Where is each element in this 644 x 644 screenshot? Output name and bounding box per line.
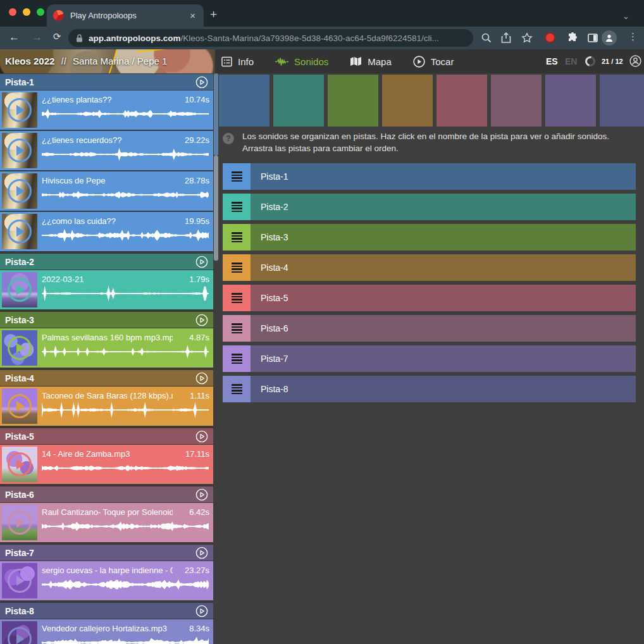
clip-thumbnail[interactable] <box>2 330 37 366</box>
browser-tab[interactable]: Play Antropoloops × <box>47 4 204 27</box>
clip-play-button[interactable] <box>8 336 32 360</box>
address-bar[interactable]: app.antropoloops.com/Kleos-Santa-Marina/… <box>68 29 473 47</box>
clip-play-button[interactable] <box>8 452 32 476</box>
sidebar-scrollbar-track[interactable] <box>214 156 218 261</box>
track-swatch-pista-7[interactable] <box>545 75 596 127</box>
clip-play-button[interactable] <box>8 139 32 163</box>
clip-card[interactable]: Vendedor callejero Hortalizas.mp38.34s <box>0 619 213 644</box>
track-swatch-pista-6[interactable] <box>491 75 542 127</box>
track-play-button[interactable] <box>195 547 208 559</box>
track-play-button[interactable] <box>195 76 208 89</box>
track-row-body[interactable]: Pista-4 <box>251 254 636 281</box>
drag-handle[interactable] <box>223 224 251 251</box>
clip-card[interactable]: 14 - Aire de Zamba.mp317.11s <box>0 445 213 484</box>
track-swatch-pista-2[interactable] <box>273 75 324 127</box>
track-row-body[interactable]: Pista-1 <box>251 163 636 190</box>
tab-search-chevron-icon[interactable]: ⌄ <box>622 11 629 21</box>
clip-thumbnail[interactable] <box>2 388 37 424</box>
clip-thumbnail[interactable] <box>2 133 37 168</box>
zoom-page-icon[interactable] <box>481 32 492 44</box>
track-row-pista-4[interactable]: Pista-4 <box>223 254 636 281</box>
clip-play-button[interactable] <box>8 394 32 418</box>
track-swatch-pista-4[interactable] <box>382 75 433 127</box>
clip-card[interactable]: Taconeo de Sara Baras (128 kbps).mp31.11… <box>0 387 213 426</box>
window-zoom-button[interactable] <box>37 8 44 16</box>
nav-item-sonidos[interactable]: Sonidos <box>275 56 328 67</box>
track-row-body[interactable]: Pista-3 <box>251 224 636 251</box>
forward-button[interactable]: → <box>32 31 42 44</box>
clip-play-button[interactable] <box>8 220 32 244</box>
track-swatch-pista-5[interactable] <box>437 75 487 127</box>
sidebar-scrollbar-thumb[interactable] <box>214 73 218 156</box>
track-row-pista-3[interactable]: Pista-3 <box>223 224 636 251</box>
track-row-pista-2[interactable]: Pista-2 <box>223 194 636 220</box>
drag-handle[interactable] <box>223 315 251 342</box>
clip-play-button[interactable] <box>8 569 32 593</box>
track-header-pista-1[interactable]: Pista-1 <box>0 74 213 90</box>
track-header-pista-3[interactable]: Pista-3 <box>0 312 213 328</box>
clip-thumbnail[interactable] <box>2 621 37 644</box>
lang-en-button[interactable]: EN <box>565 49 577 73</box>
lang-es-button[interactable]: ES <box>546 49 558 73</box>
drag-handle[interactable] <box>223 254 251 281</box>
track-row-body[interactable]: Pista-6 <box>251 315 636 342</box>
track-play-button[interactable] <box>195 372 208 385</box>
clip-card[interactable]: 2022-03-211.79s <box>0 270 213 309</box>
extensions-puzzle-icon[interactable] <box>567 32 578 44</box>
track-header-pista-4[interactable]: Pista-4 <box>0 370 213 386</box>
recorder-extension-icon[interactable] <box>545 32 555 43</box>
track-row-body[interactable]: Pista-2 <box>251 194 636 220</box>
window-minimize-button[interactable] <box>23 8 30 16</box>
clip-card[interactable]: ¿¿tienes plantas??10.74s <box>0 90 213 130</box>
track-row-body[interactable]: Pista-7 <box>251 345 636 372</box>
clip-card[interactable]: Palmas sevillanas 160 bpm mp3.mp34.87s <box>0 328 213 368</box>
side-panel-icon[interactable] <box>587 32 598 44</box>
drag-handle[interactable] <box>223 345 251 372</box>
track-swatch-pista-8[interactable] <box>600 75 644 127</box>
clip-play-button[interactable] <box>8 98 32 122</box>
clip-play-button[interactable] <box>8 627 32 644</box>
nav-item-tocar[interactable]: Tocar <box>413 56 454 68</box>
clip-thumbnail[interactable] <box>2 173 37 209</box>
track-play-button[interactable] <box>195 605 208 617</box>
track-row-pista-7[interactable]: Pista-7 <box>223 345 636 372</box>
track-header-pista-5[interactable]: Pista-5 <box>0 428 213 444</box>
clip-thumbnail[interactable] <box>2 92 37 128</box>
share-icon[interactable] <box>500 32 512 44</box>
browser-profile-avatar[interactable] <box>602 30 617 46</box>
clip-card[interactable]: ¿¿como las cuida??19.95s <box>0 212 213 251</box>
clip-thumbnail[interactable] <box>2 214 37 249</box>
drag-handle[interactable] <box>223 194 251 220</box>
drag-handle[interactable] <box>223 376 251 402</box>
back-button[interactable]: ← <box>9 31 20 44</box>
clip-thumbnail[interactable] <box>2 563 37 598</box>
track-play-button[interactable] <box>195 314 208 326</box>
window-close-button[interactable] <box>9 8 16 16</box>
clip-play-button[interactable] <box>8 278 32 302</box>
track-row-pista-1[interactable]: Pista-1 <box>223 163 636 190</box>
track-row-pista-8[interactable]: Pista-8 <box>223 376 636 402</box>
clip-card[interactable]: Hiviscus de Pepe28.78s <box>0 171 213 211</box>
clip-play-button[interactable] <box>8 511 32 535</box>
nav-item-info[interactable]: Info <box>221 56 254 67</box>
browser-menu-kebab-icon[interactable]: ⋮ <box>628 31 638 42</box>
track-header-pista-6[interactable]: Pista-6 <box>0 486 213 502</box>
account-button[interactable] <box>629 55 641 67</box>
track-row-body[interactable]: Pista-8 <box>251 376 636 402</box>
clip-card[interactable]: sergio cuevas - la harpe indienne - 03 -… <box>0 561 213 600</box>
clip-card[interactable]: Raul Cantizano- Toque por Solenoide.mp36… <box>0 503 213 542</box>
track-swatch-pista-3[interactable] <box>328 75 378 127</box>
drag-handle[interactable] <box>223 163 251 190</box>
clip-play-button[interactable] <box>8 179 32 203</box>
reload-button[interactable]: ⟳ <box>53 31 61 42</box>
bookmark-star-icon[interactable] <box>521 32 533 44</box>
track-row-pista-6[interactable]: Pista-6 <box>223 315 636 342</box>
nav-item-mapa[interactable]: Mapa <box>350 56 392 67</box>
drag-handle[interactable] <box>223 285 251 311</box>
track-swatch-pista-1[interactable] <box>219 75 269 127</box>
track-header-pista-2[interactable]: Pista-2 <box>0 254 213 269</box>
clip-thumbnail[interactable] <box>2 447 37 482</box>
track-play-button[interactable] <box>195 430 208 443</box>
tab-close-icon[interactable]: × <box>188 10 197 21</box>
track-play-button[interactable] <box>195 256 208 268</box>
